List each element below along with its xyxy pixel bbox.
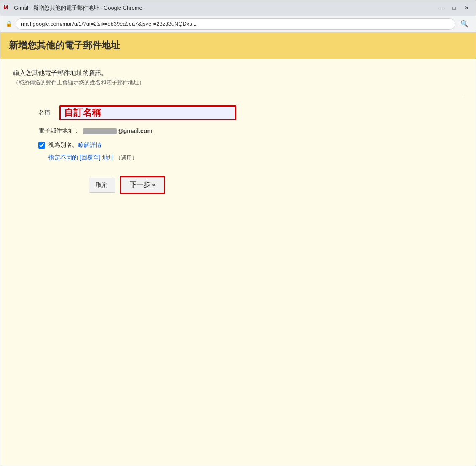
chrome-window: M Gmail - 新增您其他的電子郵件地址 - Google Chrome —… xyxy=(0,0,476,466)
close-button[interactable]: ✕ xyxy=(461,4,472,12)
name-input[interactable] xyxy=(59,105,236,120)
form-section: 名稱： 電子郵件地址： @gmail.com 視為別名。 瞭解詳情 xyxy=(38,105,463,194)
alias-checkbox[interactable] xyxy=(38,142,45,149)
instruction-sub: （您所傳送的郵件上會顯示您的姓名和電子郵件地址） xyxy=(13,79,463,86)
instruction-main: 輸入您其他電子郵件地址的資訊。 xyxy=(13,69,463,77)
email-field-row: 電子郵件地址： @gmail.com xyxy=(38,127,152,135)
name-label: 名稱： xyxy=(38,109,56,117)
name-field-row: 名稱： xyxy=(38,105,236,120)
email-label: 電子郵件地址： xyxy=(38,127,80,135)
reply-row: 指定不同的 [回覆至] 地址 （選用） xyxy=(48,154,137,162)
email-blurred-icon xyxy=(83,128,117,134)
main-content: 輸入您其他電子郵件地址的資訊。 （您所傳送的郵件上會顯示您的姓名和電子郵件地址）… xyxy=(0,59,476,466)
email-suffix: @gmail.com xyxy=(118,128,152,134)
alias-row: 視為別名。 瞭解詳情 xyxy=(38,141,102,149)
page-content: 新增您其他的電子郵件地址 輸入您其他電子郵件地址的資訊。 （您所傳送的郵件上會顯… xyxy=(0,32,476,466)
title-bar: M Gmail - 新增您其他的電子郵件地址 - Google Chrome —… xyxy=(0,0,476,16)
email-value: @gmail.com xyxy=(83,128,152,134)
window-controls: — □ ✕ xyxy=(436,4,472,12)
maximize-button[interactable]: □ xyxy=(449,4,460,12)
lock-icon: 🔒 xyxy=(5,21,12,27)
reply-to-link[interactable]: 指定不同的 [回覆至] 地址 xyxy=(48,154,114,161)
next-button[interactable]: 下一步 » xyxy=(120,176,165,194)
search-button[interactable]: 🔍 xyxy=(459,18,471,30)
buttons-row: 取消 下一步 » xyxy=(89,176,165,194)
page-header: 新增您其他的電子郵件地址 xyxy=(0,32,476,59)
name-input-wrapper xyxy=(59,105,236,120)
window-title: Gmail - 新增您其他的電子郵件地址 - Google Chrome xyxy=(14,4,433,12)
address-bar: 🔒 🔍 xyxy=(0,16,476,32)
divider xyxy=(13,95,463,95)
alias-learn-more-link[interactable]: 瞭解詳情 xyxy=(78,141,102,149)
alias-label: 視為別名。 xyxy=(48,141,78,149)
reply-optional-label: （選用） xyxy=(115,154,137,161)
favicon-icon: M xyxy=(4,5,11,11)
cancel-button[interactable]: 取消 xyxy=(89,178,115,193)
page-title: 新增您其他的電子郵件地址 xyxy=(9,39,467,52)
address-input[interactable] xyxy=(16,18,455,30)
minimize-button[interactable]: — xyxy=(436,4,447,12)
